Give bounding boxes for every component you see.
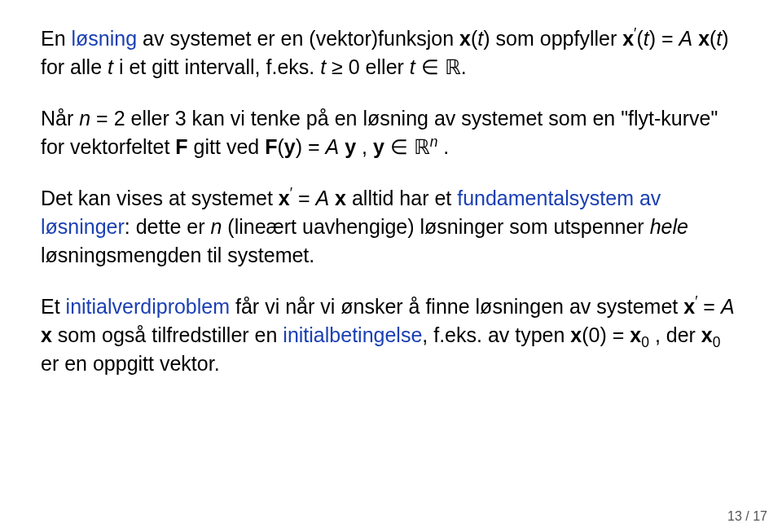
exp-n: n bbox=[430, 134, 438, 150]
text: i et gitt intervall, f.eks. bbox=[113, 55, 320, 78]
vec-y: y bbox=[345, 135, 356, 158]
var-t: t bbox=[108, 55, 113, 78]
matrix-A: A bbox=[679, 27, 692, 50]
set-R: ℝ bbox=[445, 56, 461, 78]
matrix-A: A bbox=[325, 135, 339, 158]
text: alltid har et bbox=[346, 187, 457, 209]
term-initial-value-problem: initialverdiproblem bbox=[66, 295, 230, 318]
text: , der bbox=[649, 323, 701, 346]
text: = bbox=[292, 187, 316, 209]
text: : dette er bbox=[125, 215, 211, 238]
text: ∈ bbox=[384, 135, 414, 158]
var-n: n bbox=[79, 107, 90, 130]
slide-content: En løsning av systemet er en (vektor)fun… bbox=[0, 0, 782, 532]
vec-x: x bbox=[622, 27, 634, 50]
text: ) = bbox=[649, 27, 679, 50]
vectorfield-F: F bbox=[265, 135, 277, 158]
vec-y: y bbox=[373, 135, 384, 158]
text: ( bbox=[636, 27, 643, 50]
text: ) som oppfyller bbox=[483, 27, 622, 50]
vectorfield-F: F bbox=[175, 135, 187, 158]
paragraph-1: En løsning av systemet er en (vektor)fun… bbox=[41, 24, 741, 81]
emph-hele: hele bbox=[650, 215, 688, 238]
text: , bbox=[356, 135, 373, 158]
text: ∈ bbox=[415, 55, 445, 78]
text: Et bbox=[41, 295, 66, 318]
text: av systemet er en (vektor)funksjon bbox=[137, 27, 459, 50]
text: . bbox=[437, 135, 449, 158]
sub-0: 0 bbox=[713, 334, 721, 350]
var-t: t bbox=[410, 55, 415, 78]
text: ( bbox=[277, 135, 283, 158]
vec-x: x bbox=[41, 323, 52, 346]
text: (lineært uavhengige) løsninger som utspe… bbox=[222, 215, 649, 238]
text: får vi når vi ønsker å finne løsningen a… bbox=[230, 295, 683, 318]
text: ) = bbox=[296, 135, 326, 158]
text: . bbox=[461, 55, 467, 78]
vec-x: x bbox=[459, 27, 471, 50]
text: er en oppgitt vektor. bbox=[41, 352, 220, 375]
var-t: t bbox=[644, 27, 649, 50]
term-solution: løsning bbox=[72, 27, 138, 50]
text: En bbox=[41, 27, 72, 50]
vec-x: x bbox=[570, 323, 582, 346]
vec-x: x bbox=[335, 187, 346, 209]
text: som også tilfredstiller en bbox=[52, 323, 283, 346]
vec-x: x bbox=[279, 187, 290, 209]
text: løsningsmengden til systemet. bbox=[41, 244, 314, 266]
paragraph-2: Når n = 2 eller 3 kan vi tenke på en løs… bbox=[41, 104, 741, 161]
paragraph-3: Det kan vises at systemet x′ = A x allti… bbox=[41, 184, 741, 270]
vec-x: x bbox=[698, 27, 710, 50]
var-n: n bbox=[210, 215, 222, 238]
text: gitt ved bbox=[188, 135, 266, 158]
vec-x: x bbox=[701, 323, 713, 346]
vec-y: y bbox=[284, 135, 296, 158]
text: Det kan vises at systemet bbox=[41, 187, 279, 209]
text: (0) = bbox=[582, 323, 630, 346]
text: ≥ 0 eller bbox=[326, 55, 410, 78]
text: = bbox=[697, 295, 721, 318]
page-number: 13 / 17 bbox=[727, 509, 767, 524]
text: , f.eks. av typen bbox=[422, 323, 570, 346]
vec-x: x bbox=[683, 295, 695, 318]
set-R: ℝ bbox=[414, 136, 430, 158]
paragraph-4: Et initialverdiproblem får vi når vi øns… bbox=[41, 292, 741, 378]
term-initial-condition: initialbetingelse bbox=[283, 323, 422, 346]
sub-0: 0 bbox=[641, 334, 649, 350]
text: Når bbox=[41, 107, 79, 130]
matrix-A: A bbox=[315, 187, 329, 209]
matrix-A: A bbox=[721, 295, 735, 318]
vec-x: x bbox=[630, 323, 641, 346]
